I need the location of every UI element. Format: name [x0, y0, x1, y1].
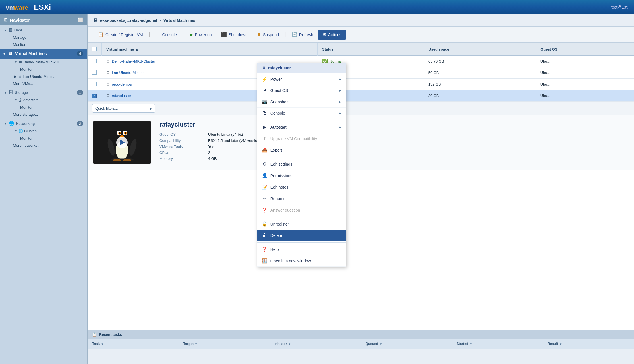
sidebar-item-net-monitor[interactable]: Monitor	[0, 135, 87, 142]
main-layout: ⊞ Navigator ⬜ ▼ 🖥 Host Manage Monitor ▼ …	[0, 14, 634, 364]
vm-name-link[interactable]: rafaycluster	[112, 94, 131, 98]
sidebar-item-more-networks[interactable]: More networks...	[0, 142, 87, 149]
dropdown-delete[interactable]: 🗑 Delete	[257, 230, 346, 241]
snapshots-arrow: ▶	[339, 100, 341, 104]
breadcrumb-sep: -	[160, 18, 161, 23]
vm-icon-small: 🖥	[18, 60, 22, 64]
col-initiator[interactable]: Initiator ▼	[270, 341, 361, 347]
create-icon: 📋	[98, 32, 104, 37]
dropdown-help[interactable]: ❓ Help	[257, 244, 346, 255]
col-task[interactable]: Task ▼	[88, 341, 179, 347]
refresh-button[interactable]: 🔄 Refresh	[287, 30, 318, 40]
delete-icon: 🗑	[262, 233, 268, 238]
sidebar-item-more-vms[interactable]: More VMs...	[0, 80, 87, 87]
autostart-arrow: ▶	[339, 125, 341, 129]
vm-detail-name: rafaycluster	[159, 121, 628, 128]
used-space-value: 30 GB	[428, 94, 439, 98]
shut-down-button[interactable]: ⬛ Shut down	[217, 30, 252, 40]
collapse-icon[interactable]: ⬜	[78, 17, 83, 22]
vm-row-icon: 🖥	[106, 59, 110, 64]
dropdown-console[interactable]: 🖱 Console ▶	[257, 108, 346, 119]
permissions-label: Permissions	[270, 173, 292, 178]
col-queued[interactable]: Queued ▼	[361, 341, 452, 347]
table-row[interactable]: 🖥 Demo-Rafay-MKS-Cluster ✅ Normal 65.76 …	[88, 56, 634, 67]
power-arrow: ▶	[339, 77, 341, 81]
suspend-button[interactable]: ⏸ Suspend	[252, 30, 283, 40]
sep3: |	[283, 32, 287, 38]
dropdown-answer-question: ❓ Answer question	[257, 204, 346, 216]
dropdown-edit-notes[interactable]: 📝 Edit notes	[257, 181, 346, 193]
sidebar-item-cluster[interactable]: ▼ 🌐 Cluster-	[0, 127, 87, 135]
vm-table: Virtual machine ▲ Status Used space Gues…	[88, 43, 634, 102]
cpus-prop-label: CPUs	[159, 150, 205, 155]
vm-space-cell: 30 GB	[424, 90, 536, 102]
select-all-checkbox[interactable]	[92, 47, 97, 51]
dropdown-guest-os[interactable]: 🖥 Guest OS ▶	[257, 85, 346, 96]
dropdown-export[interactable]: 📤 Export	[257, 144, 346, 156]
col-vm-name[interactable]: Virtual machine ▲	[102, 43, 318, 56]
vm-name-link[interactable]: Demo-Rafay-MKS-Cluster	[112, 59, 155, 63]
console-menu-icon: 🖱	[262, 111, 268, 116]
guest-os-label: Guest OS	[270, 88, 288, 93]
sidebar-item-more-storage[interactable]: More storage...	[0, 111, 87, 118]
networking-section-header[interactable]: ▼ 🌐 Networking 2	[0, 119, 87, 127]
actions-button[interactable]: ⚙ Actions	[318, 30, 346, 40]
col-started[interactable]: Started ▼	[452, 341, 543, 347]
col-result[interactable]: Result ▼	[543, 341, 634, 347]
dropdown-permissions[interactable]: 👤 Permissions	[257, 170, 346, 181]
dropdown-rename[interactable]: ✏ Rename	[257, 193, 346, 204]
power-on-button[interactable]: ▶ Power on	[185, 30, 216, 40]
sidebar-item-host-monitor[interactable]: Monitor	[0, 41, 87, 48]
row-checkbox-3[interactable]: ✓	[92, 94, 97, 98]
row-checkbox-2[interactable]	[92, 82, 97, 86]
quick-filter-select[interactable]: Quick filters...	[92, 104, 155, 113]
vm-detail-panel: rafaycluster Guest OS Ubuntu Linux (64-b…	[88, 115, 634, 170]
table-row[interactable]: 🖥 Lan-Ubuntu-Minimal ✅ Normal 50 GB Ubu.…	[88, 67, 634, 79]
edit-notes-label: Edit notes	[270, 185, 288, 189]
host-icon: 🖥	[8, 28, 13, 33]
sidebar-item-lan-ubuntu[interactable]: ▶ 🖥 Lan-Ubuntu-Minimal	[0, 73, 87, 80]
row-checkbox-0[interactable]	[92, 59, 97, 63]
dropdown-power[interactable]: ⚡ Power ▶	[257, 73, 346, 85]
dropdown-header: 🖥 rafaycluster	[257, 63, 346, 73]
col-guest-os[interactable]: Guest OS	[536, 43, 634, 56]
storage-section-header[interactable]: ▼ 🗄 Storage 1	[0, 88, 87, 96]
sep-a	[257, 120, 346, 120]
dropdown-unregister[interactable]: 🔓 Unregister	[257, 218, 346, 230]
export-label: Export	[270, 148, 282, 152]
dropdown-autostart[interactable]: ▶ Autostart ▶	[257, 121, 346, 133]
col-used-space[interactable]: Used space	[424, 43, 536, 56]
console-button[interactable]: 🖱 Console	[151, 30, 181, 40]
play-button[interactable]	[116, 137, 128, 148]
sidebar-item-manage[interactable]: Manage	[0, 34, 87, 41]
tasks-table-header: Task ▼ Target ▼ Initiator ▼ Queued ▼ Sta…	[88, 339, 634, 349]
unregister-label: Unregister	[270, 222, 289, 226]
create-register-button[interactable]: 📋 Create / Register VM	[93, 30, 148, 40]
dropdown-snapshots[interactable]: 📷 Snapshots ▶	[257, 96, 346, 108]
vm-menu-icon: 🖥	[262, 66, 266, 70]
sidebar-item-storage-monitor[interactable]: Monitor	[0, 104, 87, 111]
shutdown-label: Shut down	[229, 32, 248, 37]
vm-name-link[interactable]: prod-demos	[112, 82, 132, 86]
col-target[interactable]: Target ▼	[179, 341, 270, 347]
sidebar: ⊞ Navigator ⬜ ▼ 🖥 Host Manage Monitor ▼ …	[0, 14, 88, 364]
sidebar-item-virtual-machines[interactable]: ▼ 🖥 Virtual Machines 4	[0, 49, 87, 59]
sidebar-item-monitor-demo[interactable]: Monitor	[0, 66, 87, 73]
vm-row-icon: 🖥	[106, 71, 110, 75]
row-checkbox-1[interactable]	[92, 70, 97, 75]
table-row[interactable]: ✓ 🖥 rafaycluster ✅ Normal 30 GB Ubu...	[88, 90, 634, 102]
col-status[interactable]: Status	[318, 43, 424, 56]
used-space-value: 50 GB	[428, 71, 439, 75]
table-row[interactable]: 🖥 prod-demos ✅ Normal 132 GB Ubu...	[88, 79, 634, 90]
dropdown-edit-settings[interactable]: ⚙ Edit settings	[257, 158, 346, 170]
host-section-header[interactable]: ▼ 🖥 Host	[0, 25, 87, 34]
vm-guestos-cell: Ubu...	[536, 90, 634, 102]
compat-prop-label: Compatibility	[159, 138, 205, 143]
vm-name-link[interactable]: Lan-Ubuntu-Minimal	[112, 71, 146, 75]
sidebar-item-demo-cluster[interactable]: ▼ 🖥 Demo-Rafay-MKS-Clu...	[0, 59, 87, 66]
row-checkbox-cell	[88, 79, 102, 90]
vm-thumbnail[interactable]	[93, 121, 151, 164]
target-sort-icon: ▼	[195, 342, 198, 346]
sidebar-item-datastore1[interactable]: ▼ 🗄 datastore1	[0, 96, 87, 104]
dropdown-open-new-window[interactable]: 🪟 Open in a new window	[257, 255, 346, 267]
